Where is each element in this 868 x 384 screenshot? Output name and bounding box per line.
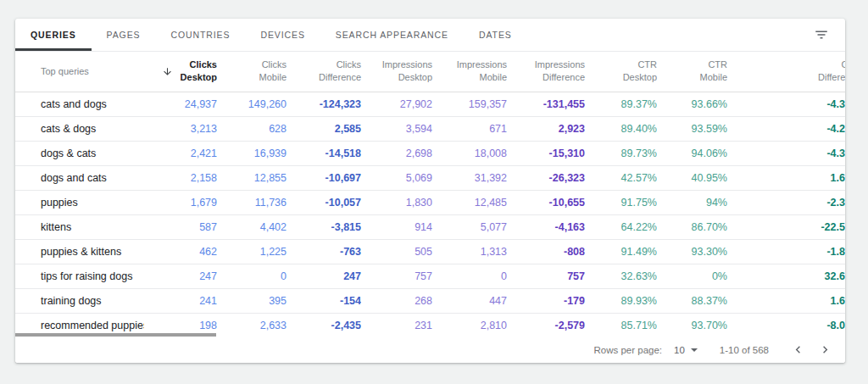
tab-label: DATES [479,30,512,40]
table-row[interactable]: cats & dogs3,2136282,5853,5946712,92389.… [15,116,845,141]
tab-search-appearance[interactable]: SEARCH APPEARANCE [320,19,464,51]
column-header-query[interactable]: Top queries [15,52,144,92]
cell-impressions-mobile: 31,392 [432,165,507,190]
cell-clicks-mobile: 16,939 [217,141,287,165]
column-header-label: CTRMobile [700,58,727,84]
cell-clicks-diff: -154 [287,288,361,313]
cell-ctr-desktop: 91.75% [585,190,657,214]
table-row[interactable]: puppies1,67911,736-10,0571,83012,485-10,… [15,190,845,214]
cell-impressions-diff: 2,923 [507,116,585,141]
cell-ctr-mobile: 93.70% [657,313,727,337]
cell-query: training dogs [15,288,144,313]
column-header-label: CTRDesktop [623,58,657,84]
column-header-ctr-desktop[interactable]: CTRDesktop [585,52,657,92]
column-header-clicks-diff[interactable]: ClicksDifference [287,52,361,92]
column-header-ctr-mobile[interactable]: CTRMobile [657,52,727,92]
cell-clicks-desktop: 3,213 [144,116,217,141]
tab-dates[interactable]: DATES [464,19,527,51]
tab-devices[interactable]: DEVICES [245,19,320,51]
cell-impressions-mobile: 2,810 [432,313,507,337]
column-header-impressions-desktop[interactable]: ImpressionsDesktop [361,52,432,92]
tab-bar: QUERIESPAGESCOUNTRIESDEVICESSEARCH APPEA… [15,19,845,52]
cell-clicks-mobile: 395 [217,288,287,313]
cell-ctr-desktop: 42.57% [585,165,657,190]
cell-clicks-mobile: 4,402 [217,214,287,239]
column-header-label: ImpressionsMobile [457,58,507,84]
cell-ctr-mobile: 94.06% [657,141,727,165]
cell-ctr-mobile: 88.37% [657,288,727,313]
cell-ctr-desktop: 32.63% [585,264,657,288]
cell-ctr-desktop: 89.40% [585,116,657,141]
cell-impressions-diff: -131,455 [507,92,585,116]
column-header-ctr-diff[interactable]: CTRDifference [727,52,845,92]
cell-impressions-diff: -26,323 [507,165,585,190]
cell-impressions-mobile: 159,357 [432,92,507,116]
tab-queries[interactable]: QUERIES [15,19,92,51]
table-row[interactable]: dogs & cats2,42116,939-14,5182,69818,008… [15,141,845,165]
cell-impressions-mobile: 18,008 [432,141,507,165]
table-row[interactable]: cats and dogs24,937149,260-124,32327,902… [15,92,845,116]
queries-comparison-table: Top queriesClicksDesktopClicksMobileClic… [15,52,845,337]
cell-ctr-mobile: 94% [657,190,727,214]
next-page-button[interactable] [815,340,835,360]
previous-page-button[interactable] [787,340,808,360]
rows-per-page-select[interactable]: 10 [674,345,698,355]
cell-impressions-desktop: 2,698 [361,141,432,165]
cell-ctr-mobile: 86.70% [657,214,727,239]
table-row[interactable]: kittens5874,402-3,8159145,077-4,16364.22… [15,214,845,239]
cell-impressions-desktop: 505 [361,239,432,264]
table-header-row: Top queriesClicksDesktopClicksMobileClic… [15,52,845,92]
column-header-label: ImpressionsDifference [535,58,585,84]
table-footer: Rows per page: 10 1-10 of 568 [15,337,845,363]
cell-impressions-diff: -2,579 [507,313,585,337]
column-header-clicks-desktop[interactable]: ClicksDesktop [144,52,217,92]
cell-ctr-desktop: 85.71% [585,313,657,337]
column-header-impressions-mobile[interactable]: ImpressionsMobile [432,52,507,92]
column-header-impressions-diff[interactable]: ImpressionsDifference [507,52,585,92]
cell-impressions-mobile: 12,485 [432,190,507,214]
cell-impressions-mobile: 1,313 [432,239,507,264]
cell-clicks-diff: -124,323 [287,92,361,116]
horizontal-scrollbar-thumb[interactable] [15,333,216,337]
filter-button[interactable] [811,25,832,45]
filter-list-icon [814,27,829,42]
cell-impressions-desktop: 5,069 [361,165,432,190]
column-header-clicks-mobile[interactable]: ClicksMobile [217,52,287,92]
chevron-left-icon [791,342,805,357]
cell-ctr-mobile: 93.59% [657,116,727,141]
arrow-downward-icon [162,66,173,77]
cell-impressions-desktop: 3,594 [361,116,432,141]
cell-impressions-desktop: 914 [361,214,432,239]
cell-ctr-diff: -4.30% [727,92,845,116]
cell-impressions-diff: -179 [507,288,585,313]
table-row[interactable]: training dogs241395-154268447-17989.93%8… [15,288,845,313]
cell-impressions-desktop: 757 [361,264,432,288]
cell-ctr-mobile: 93.66% [657,92,727,116]
cell-impressions-desktop: 231 [361,313,432,337]
cell-ctr-mobile: 40.95% [657,165,727,190]
table-row[interactable]: tips for raising dogs2470247757075732.63… [15,264,845,288]
tab-countries[interactable]: COUNTRIES [155,19,245,51]
pagination-range: 1-10 of 568 [720,345,769,355]
cell-clicks-desktop: 2,421 [144,141,217,165]
cell-clicks-mobile: 0 [217,264,287,288]
cell-clicks-mobile: 11,736 [217,190,287,214]
cell-ctr-mobile: 0% [657,264,727,288]
cell-clicks-diff: -14,518 [287,141,361,165]
cell-query: cats & dogs [15,116,144,141]
tab-label: DEVICES [260,30,304,40]
tab-pages[interactable]: PAGES [92,19,156,51]
table-row[interactable]: dogs and cats2,15812,855-10,6975,06931,3… [15,165,845,190]
cell-impressions-mobile: 671 [432,116,507,141]
cell-impressions-diff: -808 [507,239,585,264]
cell-clicks-diff: -763 [287,239,361,264]
report-card: QUERIESPAGESCOUNTRIESDEVICESSEARCH APPEA… [15,19,845,363]
cell-ctr-diff: 1.60% [727,288,845,313]
cell-query: puppies [15,190,144,214]
column-header-label: CTRDifference [818,58,845,84]
cell-ctr-diff: -8.00% [727,313,845,337]
cell-query: puppies & kittens [15,239,144,264]
cell-ctr-diff: 1.62% [727,165,845,190]
cell-ctr-diff: -22.53% [727,214,845,239]
table-row[interactable]: puppies & kittens4621,225-7635051,313-80… [15,239,845,264]
